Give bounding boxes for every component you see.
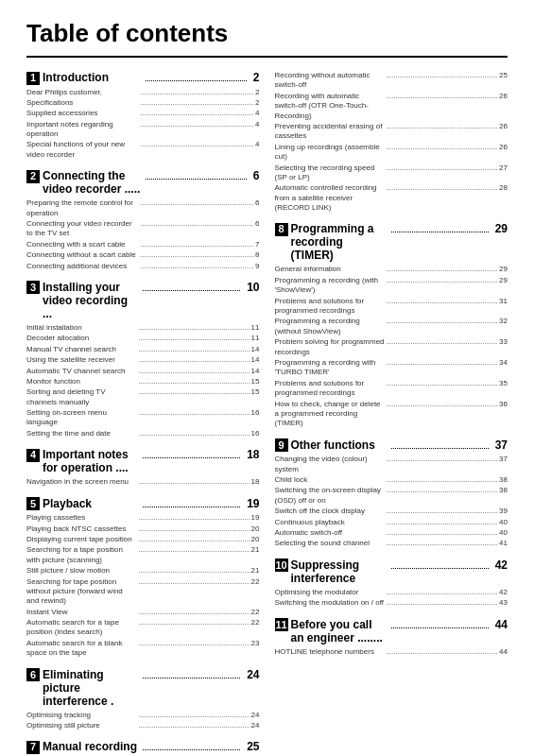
list-item: Programming a recording (with 'ShowView'…: [275, 276, 508, 296]
sub-dot-leaders: [139, 727, 250, 728]
sub-dot-leaders: [139, 583, 250, 584]
list-item: Manual TV channel search14: [26, 345, 260, 354]
entry-text: Sorting and deleting TV channels manuall…: [26, 387, 137, 407]
toc-section: 7Manual recording25General information25: [26, 740, 260, 756]
dot-leaders: [391, 448, 489, 449]
entry-text: Still picture / slow motion: [26, 566, 137, 576]
section-header: 10Suppressing interference42: [275, 558, 508, 585]
toc-section-continuation: Recording without automatic switch-off25…: [275, 71, 508, 213]
entry-text: Optimising tracking: [26, 711, 137, 720]
entry-text: Optimising the modulator: [275, 588, 386, 597]
toc-section: 8Programming a recording (TIMER)29Genera…: [275, 222, 508, 428]
sub-dot-leaders: [139, 613, 250, 614]
entry-page: 18: [251, 477, 260, 487]
dot-leaders: [143, 507, 240, 507]
entry-page: 38: [499, 486, 508, 495]
entry-text: Automatic switch-off: [275, 528, 386, 538]
section-page: 6: [253, 169, 260, 182]
list-item: Instant View22: [26, 608, 260, 617]
entry-text: Setting the time and date: [26, 429, 137, 438]
list-item: Optimising the modulator42: [275, 588, 508, 597]
section-page: 2: [253, 71, 260, 84]
left-column: 1Introduction2Dear Philips customer,2Spe…: [26, 71, 260, 756]
list-item: Important notes regarding operation4: [26, 120, 260, 140]
section-title: Important notes for operation ....: [43, 448, 140, 474]
list-item: Switching the on-screen display (OSD) of…: [275, 486, 508, 506]
entry-text: Displaying current tape position: [26, 535, 137, 544]
entry-page: 15: [251, 377, 260, 387]
list-item: Programming a recording with 'TURBO TIME…: [275, 358, 508, 378]
sub-dot-leaders: [387, 385, 497, 386]
list-item: Connecting additional devices9: [26, 262, 260, 271]
entry-text: Selecting the recording speed (SP or LP): [275, 163, 386, 183]
sub-dot-leaders: [387, 524, 497, 524]
entry-text: Searching for tape position without pict…: [26, 577, 137, 607]
entry-text: HOTLINE telephone numbers: [275, 647, 386, 657]
entry-page: 4: [255, 109, 259, 118]
section-number: 7: [26, 741, 40, 754]
list-item: HOTLINE telephone numbers44: [275, 647, 508, 657]
entry-page: 35: [499, 379, 508, 388]
sub-dot-leaders: [387, 534, 497, 535]
list-item: Automatic search for a tape position (in…: [26, 618, 260, 638]
toc-section: 1Introduction2Dear Philips customer,2Spe…: [26, 71, 260, 160]
list-item: Automatic TV channel search14: [26, 367, 260, 376]
section-header: 9Other functions37: [275, 438, 508, 453]
entry-text: Changing the video (colour) system: [275, 455, 386, 474]
entry-text: Child lock: [275, 475, 386, 485]
section-page: 25: [247, 740, 259, 753]
sub-entries: HOTLINE telephone numbers44: [275, 647, 508, 657]
entry-page: 22: [251, 577, 260, 587]
sub-dot-leaders: [387, 282, 497, 283]
list-item: Setting on-screen menu language16: [26, 408, 260, 428]
dot-leaders: [143, 678, 240, 679]
entry-text: Problems and solutions for programmed re…: [275, 379, 386, 399]
entry-page: 36: [499, 400, 508, 409]
entry-page: 11: [251, 334, 260, 343]
sub-entries: Optimising tracking24Optimising still pi…: [26, 711, 260, 731]
sub-dot-leaders: [139, 351, 250, 352]
toc-section: 4Important notes for operation ....18Nav…: [26, 448, 260, 487]
toc-section: 2Connecting the video recorder .....6Pre…: [26, 169, 260, 271]
section-title: Manual recording: [43, 740, 140, 753]
list-item: Continuous playback40: [275, 518, 508, 527]
section-page: 44: [495, 618, 508, 631]
entry-page: 31: [499, 297, 508, 306]
list-item: Recording without automatic switch-off25: [275, 71, 508, 91]
list-item: Connecting your video recorder to the TV…: [26, 219, 260, 239]
sub-entries: Preparing the remote control for operati…: [26, 198, 260, 271]
entry-page: 2: [255, 88, 259, 97]
entry-text: Connecting your video recorder to the TV…: [26, 219, 139, 239]
entry-text: Recording with automatic switch-off (OTR…: [275, 92, 386, 121]
entry-text: General information: [275, 265, 386, 274]
entry-text: Programming a recording (without ShowVie…: [275, 317, 386, 336]
sub-dot-leaders: [387, 364, 497, 365]
sub-dot-leaders: [139, 551, 250, 552]
section-title: Introduction: [43, 71, 143, 84]
sub-dot-leaders: [141, 104, 253, 105]
entry-text: Problem solving for programmed recording…: [275, 337, 386, 357]
dot-leaders: [143, 457, 240, 458]
dot-leaders: [146, 179, 246, 180]
sub-dot-leaders: [141, 126, 253, 127]
entry-page: 4: [255, 120, 259, 129]
section-number: 9: [275, 438, 288, 452]
entry-text: Dear Philips customer,: [26, 88, 139, 97]
sub-dot-leaders: [139, 372, 250, 373]
entry-page: 20: [251, 524, 260, 534]
section-header: 11Before you call an engineer ........44: [275, 618, 508, 644]
entry-page: 33: [499, 337, 508, 347]
entry-page: 41: [499, 539, 508, 548]
entry-page: 16: [251, 429, 260, 438]
entry-page: 8: [255, 250, 259, 260]
toc-section: 3Installing your video recording ...10In…: [26, 281, 260, 438]
list-item: Searching for tape position without pict…: [26, 577, 260, 607]
section-header: 2Connecting the video recorder .....6: [26, 169, 260, 196]
entry-page: 4: [255, 140, 259, 149]
sub-dot-leaders: [139, 541, 250, 541]
sub-dot-leaders: [387, 343, 497, 344]
list-item: Decoder allocation11: [26, 334, 260, 343]
entry-text: Playing cassettes: [26, 513, 137, 523]
section-title: Before you call an engineer ........: [291, 618, 388, 644]
entry-page: 11: [251, 323, 260, 333]
